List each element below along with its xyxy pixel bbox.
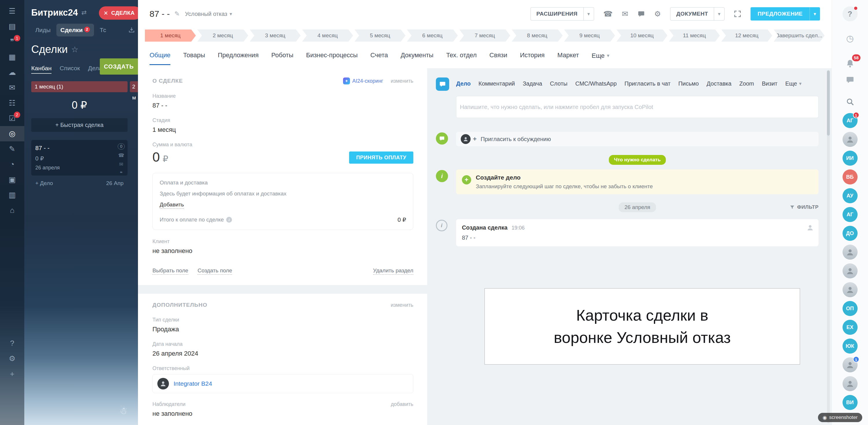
create-field-link[interactable]: Создать поле [197,267,232,275]
avatar[interactable]: ДО [842,226,858,241]
avatar[interactable]: АГ 1 [842,113,858,128]
tab-documents[interactable]: Документы [401,52,433,65]
drive-icon[interactable]: ☁ [0,65,24,80]
kanban-column-header-next[interactable]: 2 м [130,81,138,92]
mail-icon[interactable]: ✉ [119,161,123,167]
help-icon[interactable]: ? [0,336,24,351]
add-icon[interactable]: + [0,366,24,382]
tab-deals[interactable]: Сделки2 [56,24,94,36]
chevron-down-icon[interactable]: ▾ [810,7,820,21]
tasks-icon[interactable]: ☑ 2 [0,111,24,126]
avatar[interactable]: ВИ [842,395,858,410]
comment-icon[interactable]: ❝ [120,170,123,176]
scrollbar-track[interactable] [827,70,830,423]
pencil-icon[interactable]: ✎ [175,10,180,18]
avatar[interactable] [842,282,858,297]
tab-products[interactable]: Товары [183,52,205,65]
avatar[interactable]: ЮК [842,338,858,354]
notifications-bell-icon[interactable]: 58 [842,56,858,71]
phone-icon[interactable]: ☎ [603,9,613,19]
tab-links[interactable]: Связи [489,52,507,65]
accept-payment-button[interactable]: ПРИНЯТЬ ОПЛАТУ [349,152,413,164]
invite-to-discussion[interactable]: + Пригласить к обсуждению [456,132,818,146]
search-icon[interactable] [842,94,858,109]
stage-item[interactable]: 10 месяц [616,30,667,42]
expand-icon[interactable] [734,10,741,18]
menu-icon[interactable]: ☰ [0,3,24,19]
edit-section-link[interactable]: изменить [391,302,413,308]
tl-tab-email[interactable]: Письмо [678,80,699,87]
payment-add-link[interactable]: Добавить [160,201,184,209]
select-field-link[interactable]: Выбрать поле [152,267,188,275]
chat-icon[interactable] [842,72,858,87]
add-activity-icon[interactable]: + [462,175,471,185]
avatar[interactable]: ВБ [842,169,858,185]
avatar[interactable]: АУ [842,188,858,203]
activity-input[interactable] [460,99,815,116]
stage-item[interactable]: 5 месяц [354,30,405,42]
timeline-date-pill[interactable]: 26 апреля [619,202,656,212]
stage-item[interactable]: 9 месяц [564,30,615,42]
tl-tab-delivery[interactable]: Доставка [707,80,732,87]
stage-item[interactable]: 11 месяц [669,30,720,42]
gear-icon[interactable]: ⚙ [654,9,661,19]
avatar[interactable] [842,376,858,391]
tab-tech[interactable]: Тех. отдел [446,52,477,65]
tl-tab-activity[interactable]: Дело [456,80,471,87]
stage-item[interactable]: 3 месяц [250,30,301,42]
responsible-user-row[interactable]: Integrator B24 [152,374,413,393]
responsible-user-link[interactable]: Integrator B24 [174,380,212,387]
tab-history[interactable]: История [520,52,545,65]
tab-robots[interactable]: Роботы [271,52,293,65]
tl-tab-visit[interactable]: Визит [762,80,777,87]
tl-tab-sms[interactable]: СМС/WhatsApp [575,80,617,87]
tab-market[interactable]: Маркет [557,52,579,65]
mail-icon[interactable]: ✉ [0,80,24,95]
create-button[interactable]: СОЗДАТЬ [100,58,138,74]
avatar[interactable]: 1 [842,357,858,372]
stage-item-final[interactable]: Завершить сдел... [774,30,825,42]
deal-card[interactable]: 87 - - 0 ₽ 26 апреля 0 ☎ ✉ ❝ [31,140,128,175]
ai-scoring-badge[interactable]: ✦ AI24-скоринг [343,77,383,85]
tab-truncated[interactable]: Тс [96,24,110,36]
mail-icon[interactable]: ✉ [622,9,628,19]
add-activity-link[interactable]: + Дело [35,180,53,187]
avatar[interactable] [842,263,858,279]
funnel-selector[interactable]: Условный отказ ▾ [185,11,232,18]
messenger-icon[interactable] [638,10,645,18]
view-kanban[interactable]: Канбан [31,65,52,74]
tab-invoices[interactable]: Счета [371,52,388,65]
scrollbar-thumb[interactable] [827,70,830,136]
tray-icon[interactable] [128,27,135,34]
tab-leads[interactable]: Лиды [31,24,55,36]
avatar[interactable]: ОП [842,301,858,316]
close-icon[interactable]: ✕ [103,10,108,17]
tl-tab-comment[interactable]: Комментарий [478,80,515,87]
analytics-icon[interactable]: ◔ [0,157,24,172]
chevron-down-icon[interactable]: ▾ [583,7,594,20]
tab-general[interactable]: Общие [150,52,170,65]
tl-tab-zoom[interactable]: Zoom [739,80,754,87]
filter-button[interactable]: ФИЛЬТР [789,204,818,210]
document-button[interactable]: ДОКУМЕНТ ▾ [670,7,724,21]
season-theme-icon[interactable]: ☃ [119,405,128,416]
avatar[interactable] [842,132,858,147]
tab-bizproc[interactable]: Бизнес-процессы [306,52,358,65]
workgroups-icon[interactable]: ☷ [0,95,24,111]
messenger-icon[interactable]: ❞ 1 [0,34,24,50]
sign-icon[interactable]: ✎ [0,141,24,157]
market-icon[interactable]: ▣ [0,172,24,187]
kanban-column-header[interactable]: 1 месяц (1) [31,81,128,92]
avatar[interactable]: ИИ [842,151,858,166]
amount-value[interactable]: 0 [152,150,160,164]
info-icon[interactable]: i [226,217,232,223]
sites-icon[interactable]: ▥ [0,187,24,203]
stage-item[interactable]: 2 месяц [197,30,248,42]
star-icon[interactable]: ☆ [71,45,79,54]
deal-slider-chip[interactable]: ✕ СДЕЛКА [99,6,138,20]
history-clock-icon[interactable]: ◷ [842,31,858,46]
tl-tab-more[interactable]: Еще ▾ [785,80,802,87]
phone-icon[interactable]: ☎ [118,152,124,158]
tl-tab-invite-chat[interactable]: Пригласить в чат [624,80,671,87]
observers-add-link[interactable]: добавить [391,401,413,407]
